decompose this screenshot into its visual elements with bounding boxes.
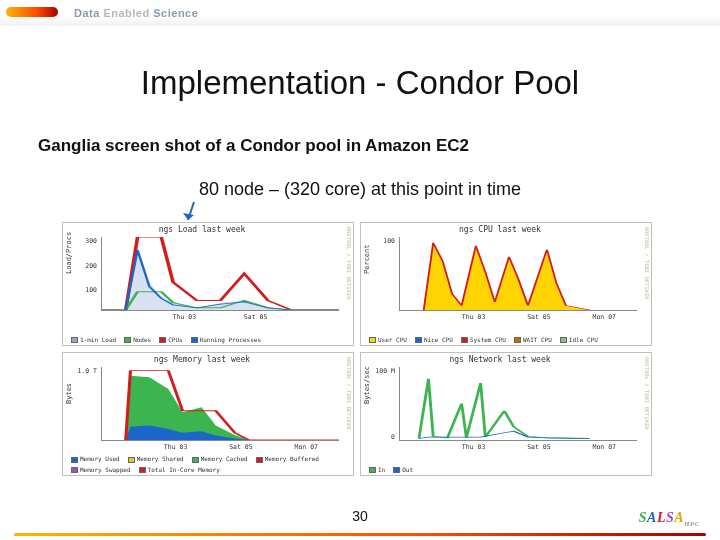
chart-grid: ngs Load last week Load/Procs RRDTOOL / … bbox=[62, 222, 652, 476]
rrd-watermark: RRDTOOL / TOBI OETIKER bbox=[644, 227, 650, 300]
y-ticks: 1.0 T bbox=[69, 367, 97, 441]
legend: Memory Used Memory Shared Memory Cached … bbox=[71, 455, 339, 473]
chart-title: ngs Load last week bbox=[63, 225, 341, 234]
chart-title: ngs Network last week bbox=[361, 355, 639, 364]
chart-memory: ngs Memory last week Bytes RRDTOOL / TOB… bbox=[62, 352, 354, 476]
header-logo-text: Data Enabled Science bbox=[74, 7, 198, 19]
chart-load: ngs Load last week Load/Procs RRDTOOL / … bbox=[62, 222, 354, 346]
logo-word-3: Science bbox=[153, 7, 198, 19]
subtitle-primary: Ganglia screen shot of a Condor pool in … bbox=[38, 136, 682, 156]
x-ticks: Thu 03 Sat 05 Mon 07 bbox=[101, 443, 339, 451]
legend: 1-min Load Nodes CPUs Running Processes bbox=[71, 336, 339, 343]
y-ticks: 300 200 100 bbox=[69, 237, 97, 311]
plot-area bbox=[399, 237, 637, 311]
chart-cpu: ngs CPU last week Percent RRDTOOL / TOBI… bbox=[360, 222, 652, 346]
x-ticks: Thu 03 Sat 05 bbox=[101, 313, 339, 321]
plot-area bbox=[101, 367, 339, 441]
rrd-watermark: RRDTOOL / TOBI OETIKER bbox=[346, 357, 352, 430]
plot-area bbox=[399, 367, 637, 441]
legend: User CPU Nice CPU System CPU WAIT CPU Id… bbox=[369, 336, 637, 343]
subtitle-secondary: 80 node – (320 core) at this point in ti… bbox=[0, 179, 720, 200]
footer-rule bbox=[14, 533, 706, 536]
x-ticks: Thu 03 Sat 05 Mon 07 bbox=[399, 313, 637, 321]
rrd-watermark: RRDTOOL / TOBI OETIKER bbox=[346, 227, 352, 300]
logo-word-2: Enabled bbox=[103, 7, 149, 19]
page-title: Implementation - Condor Pool bbox=[0, 64, 720, 102]
chart-network: ngs Network last week Bytes/sec RRDTOOL … bbox=[360, 352, 652, 476]
page-number: 30 bbox=[0, 508, 720, 524]
logo-word-1: Data bbox=[74, 7, 100, 19]
plot-area bbox=[101, 237, 339, 311]
x-ticks: Thu 03 Sat 05 Mon 07 bbox=[399, 443, 637, 451]
svg-marker-1 bbox=[183, 213, 194, 220]
chart-title: ngs Memory last week bbox=[63, 355, 341, 364]
svg-marker-3 bbox=[424, 244, 590, 310]
chart-title: ngs CPU last week bbox=[361, 225, 639, 234]
legend: In Out bbox=[369, 466, 637, 473]
footer-brand: SALSAHPC bbox=[639, 510, 700, 528]
y-ticks: 100 bbox=[367, 237, 395, 311]
header-band: Data Enabled Science bbox=[0, 0, 720, 26]
rrd-watermark: RRDTOOL / TOBI OETIKER bbox=[644, 357, 650, 430]
y-ticks: 100 M 0 bbox=[367, 367, 395, 441]
